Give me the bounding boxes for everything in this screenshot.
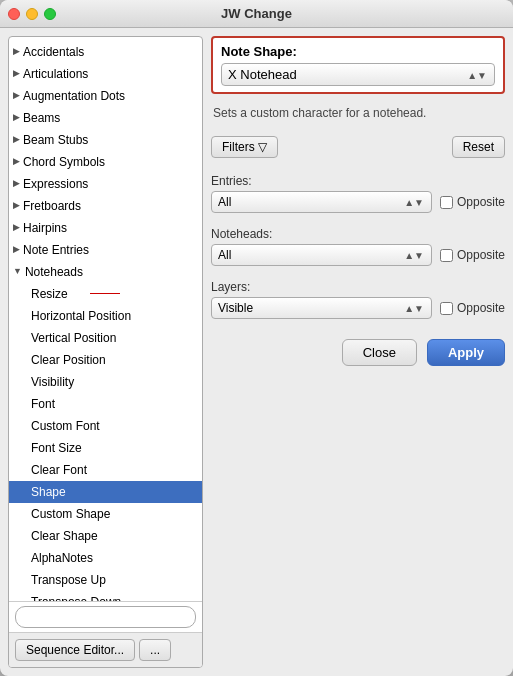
close-button[interactable] <box>8 8 20 20</box>
filters-button[interactable]: Filters ▽ <box>211 136 278 158</box>
noteheads-section: Noteheads: AllSelected ▲▼ Opposite <box>211 227 505 266</box>
sidebar-item-label-font: Font <box>31 395 55 413</box>
sidebar-item-visibility[interactable]: Visibility <box>9 371 202 393</box>
noteheads-opposite-row: Opposite <box>440 248 505 262</box>
filters-label: Filters ▽ <box>222 140 267 154</box>
sidebar-item-custom-font[interactable]: Custom Font <box>9 415 202 437</box>
entries-opposite-label: Opposite <box>457 195 505 209</box>
maximize-button[interactable] <box>44 8 56 20</box>
sidebar-item-label-font-size: Font Size <box>31 439 82 457</box>
layers-select[interactable]: VisibleAllLayer 1Layer 2Layer 3Layer 4 <box>211 297 432 319</box>
hairpins-arrow-icon: ▶ <box>13 221 20 235</box>
layers-opposite-checkbox[interactable] <box>440 302 453 315</box>
sidebar-bottom: Sequence Editor... ... <box>9 632 202 667</box>
entries-section: Entries: AllSelected ▲▼ Opposite <box>211 174 505 213</box>
beam-stubs-arrow-icon: ▶ <box>13 133 20 147</box>
sidebar-item-alpha-notes[interactable]: AlphaNotes <box>9 547 202 569</box>
note-shape-label: Note Shape: <box>221 44 495 59</box>
expressions-arrow-icon: ▶ <box>13 177 20 191</box>
sidebar-item-label-visibility: Visibility <box>31 373 74 391</box>
apply-button[interactable]: Apply <box>427 339 505 366</box>
sidebar-list: ▶Accidentals▶Articulations▶Augmentation … <box>9 37 202 601</box>
fretboards-arrow-icon: ▶ <box>13 199 20 213</box>
sidebar-item-custom-shape[interactable]: Custom Shape <box>9 503 202 525</box>
beams-arrow-icon: ▶ <box>13 111 20 125</box>
sidebar-item-fretboards[interactable]: ▶Fretboards <box>9 195 202 217</box>
sidebar-item-accidentals[interactable]: ▶Accidentals <box>9 41 202 63</box>
chord-symbols-arrow-icon: ▶ <box>13 155 20 169</box>
reset-button[interactable]: Reset <box>452 136 505 158</box>
sidebar-item-label-vertical-position: Vertical Position <box>31 329 116 347</box>
sidebar-item-horizontal-position[interactable]: Horizontal Position <box>9 305 202 327</box>
layers-select-wrapper: VisibleAllLayer 1Layer 2Layer 3Layer 4 ▲… <box>211 297 432 319</box>
sidebar-item-augmentation-dots[interactable]: ▶Augmentation Dots <box>9 85 202 107</box>
close-action-button[interactable]: Close <box>342 339 417 366</box>
sidebar-item-label-augmentation-dots: Augmentation Dots <box>23 87 125 105</box>
main-window: JW Change ▶Accidentals▶Articulations▶Aug… <box>0 0 513 676</box>
sidebar-item-clear-font[interactable]: Clear Font <box>9 459 202 481</box>
noteheads-arrow-icon: ▼ <box>13 265 22 279</box>
noteheads-opposite-checkbox[interactable] <box>440 249 453 262</box>
sidebar-item-label-articulations: Articulations <box>23 65 88 83</box>
noteheads-label: Noteheads: <box>211 227 505 241</box>
sidebar-item-label-shape: Shape <box>31 483 66 501</box>
sidebar-item-beams[interactable]: ▶Beams <box>9 107 202 129</box>
sidebar-item-clear-position[interactable]: Clear Position <box>9 349 202 371</box>
sidebar-item-resize[interactable]: Resize <box>9 283 202 305</box>
search-input[interactable] <box>15 606 196 628</box>
sidebar-item-label-expressions: Expressions <box>23 175 88 193</box>
sidebar-item-label-custom-font: Custom Font <box>31 417 100 435</box>
sidebar-item-label-chord-symbols: Chord Symbols <box>23 153 105 171</box>
noteheads-select[interactable]: AllSelected <box>211 244 432 266</box>
sidebar-item-articulations[interactable]: ▶Articulations <box>9 63 202 85</box>
augmentation-dots-arrow-icon: ▶ <box>13 89 20 103</box>
layers-section: Layers: VisibleAllLayer 1Layer 2Layer 3L… <box>211 280 505 319</box>
sidebar-item-label-accidentals: Accidentals <box>23 43 84 61</box>
sidebar-search-area <box>9 601 202 632</box>
noteheads-opposite-label: Opposite <box>457 248 505 262</box>
ellipsis-button[interactable]: ... <box>139 639 171 661</box>
sidebar-item-label-clear-position: Clear Position <box>31 351 106 369</box>
sequence-editor-button[interactable]: Sequence Editor... <box>15 639 135 661</box>
sidebar-item-expressions[interactable]: ▶Expressions <box>9 173 202 195</box>
articulations-arrow-icon: ▶ <box>13 67 20 81</box>
traffic-lights <box>8 8 56 20</box>
sidebar-item-label-clear-font: Clear Font <box>31 461 87 479</box>
sidebar-item-beam-stubs[interactable]: ▶Beam Stubs <box>9 129 202 151</box>
sidebar-item-hairpins[interactable]: ▶Hairpins <box>9 217 202 239</box>
titlebar: JW Change <box>0 0 513 28</box>
sidebar-item-label-transpose-down: Transpose Down <box>31 593 121 601</box>
sidebar: ▶Accidentals▶Articulations▶Augmentation … <box>8 36 203 668</box>
sidebar-item-font[interactable]: Font <box>9 393 202 415</box>
note-shape-select[interactable]: X NoteheadNormal NoteheadDiamond Notehea… <box>221 63 495 86</box>
noteheads-select-wrapper: AllSelected ▲▼ <box>211 244 432 266</box>
main-panel: Note Shape: X NoteheadNormal NoteheadDia… <box>211 36 505 668</box>
sidebar-item-label-clear-shape: Clear Shape <box>31 527 98 545</box>
sidebar-item-label-beams: Beams <box>23 109 60 127</box>
minimize-button[interactable] <box>26 8 38 20</box>
sidebar-item-chord-symbols[interactable]: ▶Chord Symbols <box>9 151 202 173</box>
sidebar-item-label-beam-stubs: Beam Stubs <box>23 131 88 149</box>
sidebar-item-label-note-entries: Note Entries <box>23 241 89 259</box>
entries-select-wrapper: AllSelected ▲▼ <box>211 191 432 213</box>
sidebar-item-font-size[interactable]: Font Size <box>9 437 202 459</box>
description-text: Sets a custom character for a notehead. <box>211 102 505 124</box>
layers-label: Layers: <box>211 280 505 294</box>
sidebar-item-label-custom-shape: Custom Shape <box>31 505 110 523</box>
sidebar-item-label-horizontal-position: Horizontal Position <box>31 307 131 325</box>
sidebar-item-vertical-position[interactable]: Vertical Position <box>9 327 202 349</box>
filters-row: Filters ▽ Reset <box>211 136 505 158</box>
window-title: JW Change <box>221 6 292 21</box>
sidebar-item-label-transpose-up: Transpose Up <box>31 571 106 589</box>
sidebar-item-noteheads[interactable]: ▼Noteheads <box>9 261 202 283</box>
sidebar-item-shape[interactable]: Shape <box>9 481 202 503</box>
sidebar-item-note-entries[interactable]: ▶Note Entries <box>9 239 202 261</box>
sidebar-item-label-fretboards: Fretboards <box>23 197 81 215</box>
content-area: ▶Accidentals▶Articulations▶Augmentation … <box>0 28 513 676</box>
sidebar-item-transpose-down[interactable]: Transpose Down <box>9 591 202 601</box>
action-buttons: Close Apply <box>211 339 505 366</box>
entries-select[interactable]: AllSelected <box>211 191 432 213</box>
sidebar-item-transpose-up[interactable]: Transpose Up <box>9 569 202 591</box>
sidebar-item-clear-shape[interactable]: Clear Shape <box>9 525 202 547</box>
entries-opposite-checkbox[interactable] <box>440 196 453 209</box>
